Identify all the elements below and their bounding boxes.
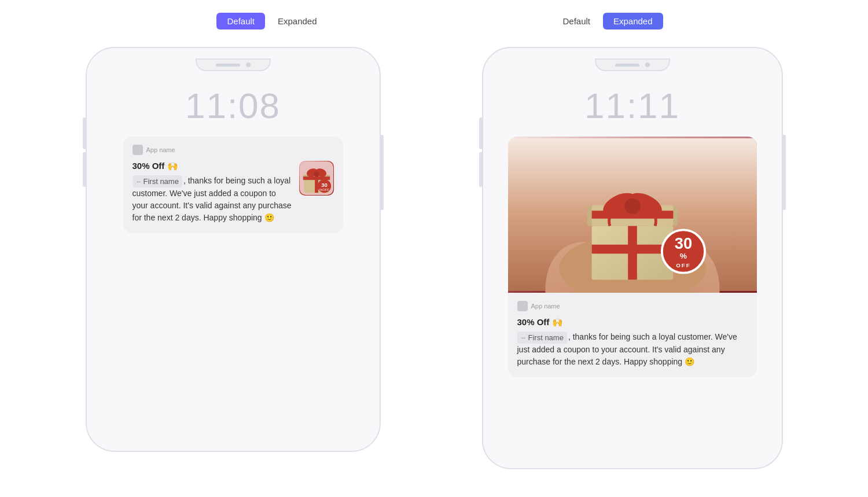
right-tab-expanded[interactable]: Expanded: [603, 13, 663, 30]
left-notif-variable: ↔ First name: [133, 175, 182, 188]
left-tab-expanded[interactable]: Expanded: [267, 13, 328, 30]
svg-text:30: 30: [321, 182, 328, 188]
right-phone-notch: [595, 58, 670, 71]
right-notif-top-bar: App name: [517, 301, 748, 311]
right-phone-frame: 11:11: [482, 47, 783, 469]
svg-point-23: [624, 198, 640, 214]
svg-point-7: [314, 171, 319, 177]
right-variable-label: First name: [528, 332, 564, 344]
left-phone-speaker: [216, 64, 240, 67]
left-phone-side-btn-left: [83, 152, 86, 187]
left-phone-frame: 11:08 App name 30% Off 🙌 ↔ First name: [86, 47, 381, 452]
right-phone-speaker: [615, 64, 639, 67]
left-notif-app-name: App name: [146, 146, 334, 153]
right-tab-default[interactable]: Default: [552, 13, 601, 30]
left-notif-text-block: 30% Off 🙌 ↔ First name , thanks for bein…: [133, 161, 293, 224]
right-notif-image: 30 % OFF: [508, 137, 757, 293]
right-phone-side-btn-right: [783, 164, 786, 210]
left-notif-top-bar: App name: [133, 145, 334, 155]
left-variable-label: First name: [144, 176, 179, 187]
left-phone-notch: [196, 58, 271, 71]
right-notification-card: 30 % OFF App name 30% Off 🙌 ↔: [508, 137, 757, 377]
left-phone-notch-area: [87, 48, 380, 71]
right-notif-variable: ↔ First name: [517, 332, 567, 344]
left-notif-app-icon: [133, 145, 143, 155]
left-phone-time: 11:08: [185, 85, 281, 126]
left-notif-body: ↔ First name , thanks for being such a l…: [133, 175, 293, 224]
right-notif-title: 30% Off 🙌: [517, 317, 748, 327]
right-notif-body: ↔ First name , thanks for being such a l…: [517, 331, 748, 368]
right-phone-notch-area: [483, 48, 782, 71]
left-notif-thumbnail: 30 %OFF: [299, 161, 334, 196]
left-notif-content-row: 30% Off 🙌 ↔ First name , thanks for bein…: [133, 161, 334, 224]
right-notif-body-section: App name 30% Off 🙌 ↔ First name , thanks…: [508, 293, 757, 377]
left-tab-group: Default Expanded: [216, 13, 327, 30]
left-variable-icon: ↔: [136, 177, 142, 186]
right-variable-icon: ↔: [521, 333, 527, 342]
svg-text:%OFF: %OFF: [319, 188, 329, 192]
left-phone-side-btn-right: [381, 164, 384, 210]
right-phone-side-btn-left: [479, 152, 482, 187]
right-notif-app-name: App name: [531, 303, 748, 310]
right-tab-group: Default Expanded: [552, 13, 663, 30]
right-phone-time: 11:11: [584, 85, 680, 126]
right-phone-camera: [645, 62, 650, 67]
left-notif-title: 30% Off 🙌: [133, 161, 293, 171]
right-notif-app-icon: [517, 301, 528, 311]
left-tab-default[interactable]: Default: [216, 13, 265, 30]
left-phone: 11:08 App name 30% Off 🙌 ↔ First name: [86, 47, 381, 452]
left-phone-camera: [246, 62, 251, 67]
svg-text:OFF: OFF: [676, 262, 690, 268]
svg-text:%: %: [679, 252, 686, 260]
svg-text:30: 30: [674, 234, 692, 252]
right-phone: 11:11: [482, 47, 783, 469]
left-notification-card: App name 30% Off 🙌 ↔ First name , thanks…: [123, 137, 343, 233]
